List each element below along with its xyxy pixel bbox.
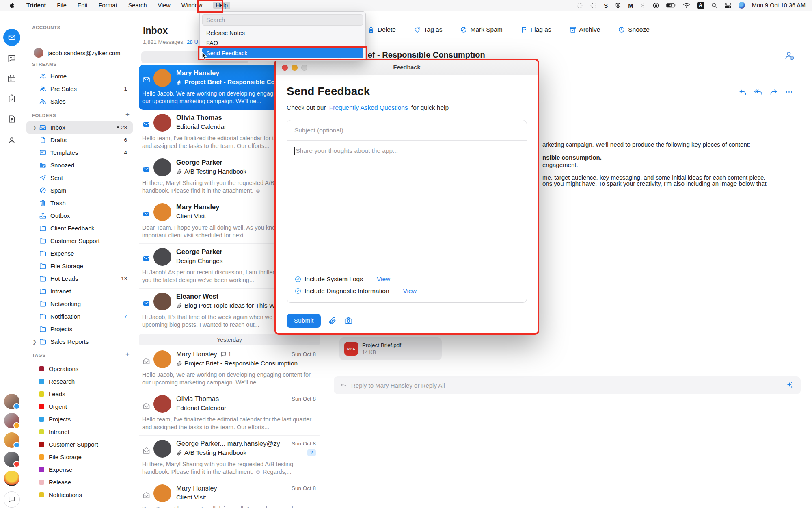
tag-item[interactable]: File Storage	[26, 451, 133, 463]
tag-item[interactable]: Research	[26, 375, 133, 388]
folder-trash[interactable]: Trash	[26, 197, 133, 209]
tag-item[interactable]: Operations	[26, 363, 133, 375]
dialog-title-bar[interactable]: Feedback	[276, 60, 538, 75]
screenshot-camera-icon[interactable]	[344, 316, 353, 325]
tag-item[interactable]: Notifications	[26, 488, 133, 501]
tag-item[interactable]: Urgent	[26, 400, 133, 413]
menu-view[interactable]: View	[158, 2, 171, 9]
tag-item[interactable]: Release	[26, 476, 133, 488]
chevron-right-icon[interactable]: ❯	[32, 125, 39, 130]
menu-bar-clock[interactable]: Mon 9 Oct 10:36 AM	[752, 2, 806, 9]
folder-templates[interactable]: Templates 4	[26, 146, 133, 159]
tag-item[interactable]: Expense	[26, 463, 133, 476]
delete-button[interactable]: Delete	[367, 26, 396, 33]
contacts-module-icon[interactable]	[7, 136, 16, 145]
faq-link[interactable]: Frequently Asked Questions	[329, 104, 408, 111]
folder-outbox[interactable]: Outbox	[26, 209, 133, 222]
email-list-item[interactable]: George Parker... mary.hansley@zy Sun Oct…	[139, 436, 320, 480]
folder-spam[interactable]: Spam	[26, 184, 133, 197]
status-icon-bluetooth[interactable]	[640, 2, 646, 9]
folder-item[interactable]: ❯ Hot Leads 13	[26, 272, 133, 285]
flag-as-button[interactable]: Flag as	[520, 26, 551, 33]
folder-item[interactable]: ❯ Client Feedback	[26, 222, 133, 234]
folder-item[interactable]: ❯ Sales Reports	[26, 335, 133, 348]
menu-file[interactable]: File	[57, 2, 66, 9]
status-icon-keyboard-a[interactable]: A	[697, 2, 704, 9]
add-tag-icon[interactable]: +	[125, 350, 130, 358]
status-icon-shield[interactable]	[615, 2, 621, 9]
tag-item[interactable]: Projects	[26, 413, 133, 426]
menu-item-faq[interactable]: FAQ	[202, 38, 363, 48]
tag-item[interactable]: Intranet	[26, 426, 133, 438]
snooze-button[interactable]: Snooze	[618, 26, 650, 33]
ideas-lightbulb-icon[interactable]	[4, 471, 19, 486]
view-diagnostic-link[interactable]: View	[403, 287, 417, 295]
email-list-item[interactable]: Mary Hansley Sun Oct 8 Client Visit	[139, 480, 320, 508]
account-row[interactable]: jacob.sanders@zylker.com	[34, 48, 120, 58]
email-list-item[interactable]: Olivia Thomas Sun Oct 8 Editorial Calend…	[139, 391, 320, 436]
read-state-envelope-icon[interactable]	[142, 117, 150, 132]
add-folder-icon[interactable]: +	[125, 111, 130, 119]
folder-inbox[interactable]: ❯ Inbox 28	[26, 121, 133, 134]
subject-input[interactable]: Subject (optional)	[287, 120, 527, 141]
checkbox-system-logs[interactable]	[294, 276, 302, 283]
apple-menu-icon[interactable]	[9, 2, 15, 9]
read-state-envelope-icon[interactable]	[142, 162, 150, 176]
status-icon-m-app[interactable]: M	[628, 2, 633, 9]
read-state-envelope-icon[interactable]	[142, 296, 150, 310]
status-icon-s-app[interactable]: S	[604, 2, 608, 9]
read-state-envelope-icon[interactable]	[142, 398, 150, 413]
contact-avatar-1[interactable]	[4, 394, 19, 409]
status-icon-spotlight[interactable]	[711, 2, 717, 9]
chat-module-icon[interactable]	[7, 54, 16, 63]
archive-button[interactable]: Archive	[569, 26, 600, 33]
email-list-item[interactable]: Mary Hansley 1 Sun Oct 8 Project Brief -…	[139, 346, 320, 391]
menu-format[interactable]: Format	[99, 2, 117, 9]
calendar-module-icon[interactable]	[7, 74, 16, 83]
reply-all-icon[interactable]	[754, 88, 762, 96]
stream-item[interactable]: Pre Sales 1	[26, 82, 133, 95]
tag-as-button[interactable]: Tag as	[414, 26, 443, 33]
folder-item[interactable]: ❯ Intranet	[26, 285, 133, 297]
read-state-envelope-icon[interactable]	[142, 354, 150, 368]
support-chat-icon[interactable]	[4, 491, 20, 508]
quick-reply-bar[interactable]: Reply to Mary Hansley or Reply All	[334, 376, 801, 394]
menu-item-send-feedback[interactable]: Send Feedback	[202, 48, 363, 58]
menu-edit[interactable]: Edit	[78, 2, 88, 9]
tag-item[interactable]: Customer Support	[26, 438, 133, 451]
folder-item[interactable]: ❯ File Storage	[26, 260, 133, 272]
checkbox-diagnostic-info[interactable]	[294, 287, 302, 295]
more-options-icon[interactable]	[785, 88, 793, 96]
menu-search[interactable]: Search	[128, 2, 147, 9]
read-state-envelope-icon[interactable]	[142, 488, 150, 502]
folder-item[interactable]: ❯ Customer Support	[26, 234, 133, 247]
ai-sparkle-icon[interactable]	[785, 381, 794, 390]
stream-item[interactable]: Home	[26, 70, 133, 82]
tasks-module-icon[interactable]	[7, 94, 16, 103]
read-state-envelope-icon[interactable]	[142, 251, 150, 266]
status-icon-capture2[interactable]	[590, 2, 597, 9]
folder-item[interactable]: ❯ Notification 7	[26, 310, 133, 323]
folder-item[interactable]: ❯ Networking	[26, 297, 133, 310]
notes-module-icon[interactable]	[7, 115, 16, 124]
reply-icon[interactable]	[739, 88, 747, 96]
stream-item[interactable]: Sales	[26, 95, 133, 108]
contact-avatar-2[interactable]	[4, 413, 19, 428]
menu-app-name[interactable]: Trident	[26, 2, 46, 9]
attachment-card[interactable]: PDF Project Brief.pdf 14 KB	[339, 337, 442, 360]
tag-item[interactable]: Leads	[26, 388, 133, 400]
folder-item[interactable]: ❯ Expense	[26, 247, 133, 260]
view-system-logs-link[interactable]: View	[377, 276, 390, 283]
submit-button[interactable]: Submit	[287, 314, 321, 328]
mail-module-icon[interactable]	[3, 29, 20, 46]
contact-details-icon[interactable]	[784, 50, 795, 61]
attach-file-icon[interactable]	[328, 317, 337, 325]
status-icon-capture[interactable]	[576, 2, 583, 9]
help-menu-search-field[interactable]: Search	[202, 14, 363, 26]
read-state-envelope-icon[interactable]	[142, 72, 150, 87]
contact-avatar-3[interactable]	[4, 432, 19, 448]
mark-spam-button[interactable]: Mark Spam	[460, 26, 502, 33]
status-icon-battery[interactable]	[666, 2, 676, 9]
folder-sent[interactable]: Sent	[26, 172, 133, 184]
status-icon-wifi[interactable]	[683, 2, 690, 9]
